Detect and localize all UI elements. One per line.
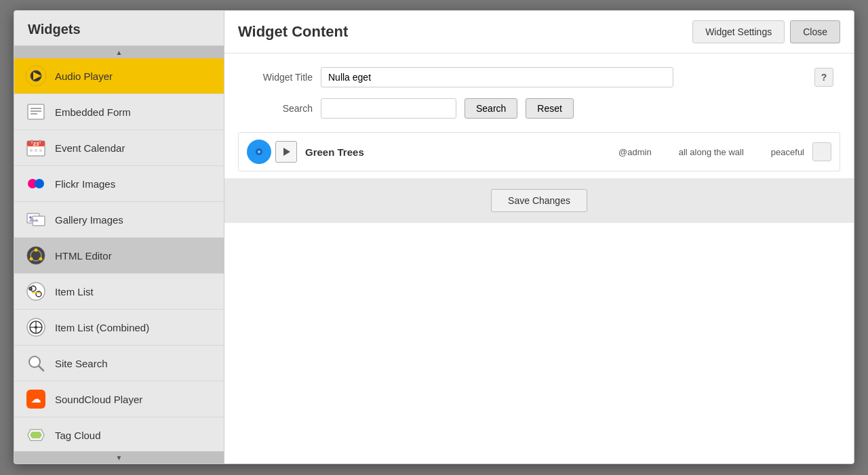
svg-rect-13	[30, 149, 33, 152]
svg-point-25	[39, 257, 43, 261]
form-area: Widget Title ? Search Search Reset	[224, 54, 854, 132]
svg-point-20	[29, 216, 32, 219]
sidebar-item-site-search[interactable]: Site Search	[14, 346, 224, 381]
result-track: all along the wall	[679, 147, 744, 157]
calendar-icon: 23	[25, 137, 47, 159]
svg-marker-51	[283, 148, 290, 156]
sidebar-item-audio-player-label: Audio Player	[55, 70, 113, 82]
svg-point-17	[35, 179, 44, 188]
sidebar-item-flickr-images-label: Flickr Images	[55, 178, 115, 190]
close-button[interactable]: Close	[790, 20, 840, 43]
soundcloud-icon: ☁	[25, 388, 47, 410]
sidebar-item-tag-cloud[interactable]: Tag Cloud	[14, 417, 224, 451]
search-button[interactable]: Search	[465, 98, 517, 119]
search-input[interactable]	[321, 98, 456, 119]
svg-point-50	[258, 150, 260, 153]
main-content: Widget Content Widget Settings Close Wid…	[224, 11, 854, 463]
svg-marker-42	[30, 432, 42, 438]
sidebar-scroll-up[interactable]: ▲	[14, 46, 224, 58]
save-area: Save Changes	[224, 178, 854, 223]
sidebar-item-item-list-combined[interactable]: Item List (Combined)	[14, 310, 224, 346]
search-label: Search	[245, 103, 313, 114]
sidebar-item-embedded-form[interactable]: Embedded Form	[14, 94, 224, 130]
sidebar-item-item-list[interactable]: Item List	[14, 274, 224, 310]
widget-title-input[interactable]	[321, 67, 673, 87]
gallery-icon	[25, 209, 47, 230]
audio-disc-icon	[247, 140, 271, 164]
play-button[interactable]	[275, 141, 297, 163]
svg-rect-4	[28, 104, 44, 119]
sidebar-item-gallery-images-label: Gallery Images	[55, 214, 123, 226]
svg-text:23: 23	[33, 141, 39, 147]
sidebar-item-gallery-images[interactable]: Gallery Images	[14, 202, 224, 238]
result-meta: @admin all along the wall peaceful	[618, 147, 804, 157]
svg-point-27	[27, 283, 45, 300]
svg-point-24	[35, 249, 38, 252]
sidebar-item-site-search-label: Site Search	[55, 358, 108, 369]
svg-point-26	[30, 257, 33, 261]
sidebar-item-event-calendar[interactable]: 23 Event Calendar	[14, 130, 224, 166]
item-list-combined-icon	[25, 316, 47, 338]
modal: Widgets ▲ Audio Player	[14, 10, 854, 464]
svg-line-38	[39, 366, 43, 371]
sidebar-scroll-down[interactable]: ▼	[14, 451, 224, 463]
sidebar-item-soundcloud-player[interactable]: ☁ SoundCloud Player	[14, 381, 224, 417]
search-row: Search Search Reset	[245, 98, 833, 119]
results-area: Green Trees @admin all along the wall pe…	[238, 132, 840, 171]
result-author: @admin	[618, 147, 652, 157]
main-header: Widget Content Widget Settings Close	[224, 11, 854, 54]
sidebar-title: Widgets	[14, 11, 224, 46]
sidebar-list: Audio Player Embedded Form	[14, 58, 224, 451]
help-button[interactable]: ?	[814, 68, 833, 87]
widget-title-label: Widget Title	[245, 72, 313, 83]
svg-rect-15	[39, 149, 42, 152]
form-icon	[25, 101, 47, 123]
tag-cloud-icon	[25, 424, 47, 446]
sidebar-item-item-list-combined-label: Item List (Combined)	[55, 322, 149, 333]
svg-point-36	[35, 326, 37, 329]
widget-title-row: Widget Title ?	[245, 67, 833, 87]
table-row: Green Trees @admin all along the wall pe…	[239, 133, 840, 171]
result-tag: peaceful	[771, 147, 804, 157]
header-buttons: Widget Settings Close	[692, 20, 840, 43]
sidebar-item-html-editor-label: HTML Editor	[55, 250, 112, 262]
audio-icon	[25, 65, 47, 87]
sidebar: Widgets ▲ Audio Player	[14, 11, 224, 463]
sidebar-item-embedded-form-label: Embedded Form	[55, 106, 131, 118]
sidebar-item-audio-player[interactable]: Audio Player	[14, 58, 224, 94]
sidebar-item-tag-cloud-label: Tag Cloud	[55, 430, 101, 441]
sidebar-item-event-calendar-label: Event Calendar	[55, 142, 125, 154]
sidebar-item-item-list-label: Item List	[55, 286, 94, 297]
html-editor-icon	[25, 245, 47, 266]
result-icons	[247, 140, 297, 164]
site-search-icon	[25, 352, 47, 374]
reset-button[interactable]: Reset	[526, 98, 574, 119]
result-checkbox[interactable]	[812, 142, 831, 161]
save-changes-button[interactable]: Save Changes	[491, 189, 587, 212]
flickr-icon	[25, 173, 47, 194]
svg-rect-14	[35, 149, 37, 152]
widget-settings-button[interactable]: Widget Settings	[692, 20, 785, 43]
sidebar-item-html-editor[interactable]: HTML Editor	[14, 238, 224, 274]
modal-overlay: Widgets ▲ Audio Player	[0, 0, 868, 475]
svg-text:☁: ☁	[31, 394, 41, 405]
sidebar-item-soundcloud-player-label: SoundCloud Player	[55, 394, 142, 405]
page-title: Widget Content	[238, 23, 348, 41]
result-title: Green Trees	[305, 146, 610, 158]
item-list-icon	[25, 281, 47, 302]
sidebar-item-flickr-images[interactable]: Flickr Images	[14, 166, 224, 202]
